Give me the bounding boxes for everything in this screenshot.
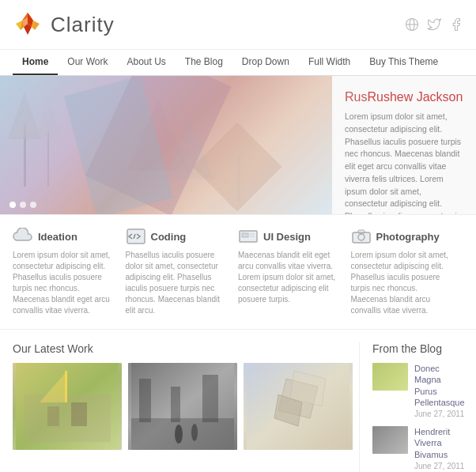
blog-thumb-1: [372, 363, 408, 391]
design-icon: [238, 228, 259, 245]
feature-uidesign-title: UI Design: [263, 231, 311, 243]
blog-item-1: Donec Magna Purus Pellentasque June 27, …: [372, 363, 465, 418]
svg-point-37: [175, 425, 183, 444]
svg-rect-34: [139, 379, 151, 422]
globe-icon[interactable]: [405, 17, 419, 32]
blog-item-2: Hendrerit Viverra Bivamus June 27, 2011: [372, 426, 465, 470]
hero-text: RusRushew Jackson Lorem ipsum dolor sit …: [332, 76, 476, 214]
blog-thumb-2: [372, 426, 408, 454]
svg-rect-31: [65, 371, 67, 402]
svg-marker-13: [35, 100, 62, 139]
nav-item-blog[interactable]: The Blog: [176, 50, 232, 75]
work-image-2: [128, 363, 237, 450]
blog-date-2: June 27, 2011: [414, 462, 465, 470]
hero-author: RusRushew Jackson: [345, 90, 463, 104]
nav: Home Our Work About Us The Blog Drop Dow…: [0, 50, 476, 76]
svg-rect-17: [127, 229, 145, 244]
feature-photography-desc: Lorem ipsum dolor sit amet, consectetur …: [351, 250, 456, 316]
features-section: Ideation Lorem ipsum dolor sit amet, con…: [0, 214, 476, 330]
dot-2[interactable]: [20, 202, 26, 208]
nav-item-home[interactable]: Home: [13, 50, 58, 75]
feature-uidesign: UI Design Maecenas blandit elit eget arc…: [238, 228, 351, 316]
hero-description: Lorem ipsum dolor sit amet, consectetur …: [345, 111, 463, 214]
hero-section: RusRushew Jackson Lorem ipsum dolor sit …: [0, 76, 476, 214]
cloud-icon: [13, 228, 33, 245]
blog-date-1: June 27, 2011: [414, 410, 465, 418]
dot-3[interactable]: [30, 202, 36, 208]
blog-sidebar: From the Blog Donec Magna Purus Pellenta…: [359, 342, 465, 472]
twitter-icon[interactable]: [427, 17, 441, 32]
logo-area: Clarity: [13, 9, 115, 40]
blog-post-title-2[interactable]: Hendrerit Viverra Bivamus: [414, 426, 465, 460]
feature-ideation: Ideation Lorem ipsum dolor sit amet, con…: [13, 228, 126, 316]
blog-info-1: Donec Magna Purus Pellentasque June 27, …: [414, 363, 465, 418]
nav-item-dropdown[interactable]: Drop Down: [232, 50, 299, 75]
svg-point-38: [191, 424, 198, 441]
nav-item-ourwork[interactable]: Our Work: [58, 50, 117, 75]
blog-post-title-1[interactable]: Donec Magna Purus Pellentasque: [414, 363, 465, 408]
feature-uidesign-desc: Maecenas blandit elit eget arcu convalli…: [238, 250, 343, 305]
feature-coding: Coding Phasellus iaculis posuere dolor s…: [126, 228, 239, 316]
work-images-grid: [13, 363, 353, 450]
hero-author-highlight: Rus: [345, 90, 367, 104]
feature-ideation-header: Ideation: [13, 228, 118, 245]
hero-dots: [9, 202, 36, 208]
hero-image: [0, 76, 332, 214]
latest-work-title: Our Latest Work: [13, 342, 353, 355]
bottom-section: Our Latest Work: [0, 330, 476, 472]
header: Clarity: [0, 0, 476, 50]
logo-text: Clarity: [51, 13, 115, 37]
work-image-3: [244, 363, 353, 450]
feature-photography-title: Photography: [376, 231, 440, 243]
logo-icon: [13, 9, 43, 40]
feature-coding-header: Coding: [126, 228, 231, 245]
svg-rect-16: [237, 155, 240, 202]
feature-ideation-title: Ideation: [38, 231, 77, 243]
blog-title: From the Blog: [372, 342, 465, 355]
blog-info-2: Hendrerit Viverra Bivamus June 27, 2011: [414, 426, 465, 470]
svg-rect-12: [47, 131, 49, 187]
facebook-icon[interactable]: [449, 17, 463, 32]
code-icon: [126, 228, 146, 245]
header-icons: [405, 17, 463, 32]
svg-rect-25: [358, 230, 365, 233]
svg-rect-28: [47, 406, 59, 426]
feature-coding-title: Coding: [151, 231, 187, 243]
feature-uidesign-header: UI Design: [238, 228, 343, 245]
hero-illustration: [0, 76, 332, 214]
svg-rect-29: [71, 402, 87, 426]
svg-rect-35: [171, 387, 180, 422]
feature-photography: Photography Lorem ipsum dolor sit amet, …: [351, 228, 464, 316]
latest-work: Our Latest Work: [13, 342, 353, 472]
work-image-1: [13, 363, 122, 450]
svg-rect-36: [202, 375, 218, 422]
nav-item-aboutus[interactable]: About Us: [117, 50, 175, 75]
svg-rect-20: [242, 233, 248, 237]
camera-icon: [351, 228, 372, 245]
feature-ideation-desc: Lorem ipsum dolor sit amet, consectetur …: [13, 250, 118, 316]
feature-photography-header: Photography: [351, 228, 456, 245]
nav-item-buytheme[interactable]: Buy This Theme: [360, 50, 448, 75]
dot-1[interactable]: [9, 202, 16, 208]
nav-item-fullwidth[interactable]: Full Width: [299, 50, 360, 75]
feature-coding-desc: Phasellus iaculis posuere dolor sit amet…: [126, 250, 231, 316]
